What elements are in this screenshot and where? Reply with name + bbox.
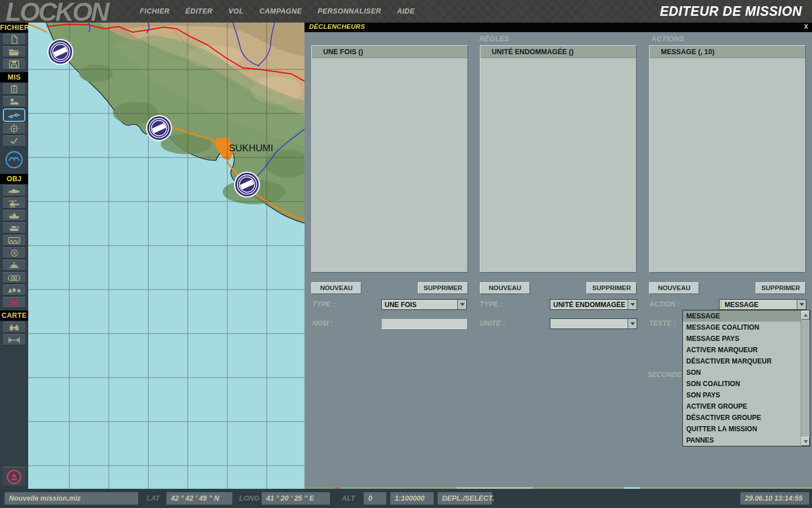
action-combo[interactable]: MESSAGE (719, 299, 806, 310)
goal-button[interactable] (3, 123, 25, 134)
open-folder-icon (8, 47, 20, 56)
rules-list[interactable]: UNITÉ ENDOMMAGÉE () (480, 45, 637, 273)
trigger-type-combo[interactable]: UNE FOIS (381, 299, 467, 310)
rule-unit-combo[interactable] (550, 318, 637, 329)
actions-list-selected-item[interactable]: MESSAGE (, 10) (650, 46, 805, 58)
section-header-obj: OBJ (0, 174, 28, 184)
dropdown-option[interactable]: SON (683, 367, 801, 378)
dropdown-option[interactable]: MESSAGE PAYS (683, 333, 801, 344)
waypoint-icon[interactable] (147, 116, 171, 141)
zones-button[interactable] (3, 272, 25, 283)
rule-new-button[interactable]: NOUVEAU (480, 282, 530, 294)
delete-button[interactable] (3, 297, 25, 308)
ship-button[interactable] (3, 210, 25, 221)
menu-item[interactable]: FICHIER (140, 7, 170, 15)
weather-button[interactable] (3, 96, 25, 107)
exit-button[interactable] (3, 467, 25, 487)
target-button[interactable] (3, 247, 25, 259)
rules-list-selected-item[interactable]: UNITÉ ENDOMMAGÉE () (480, 46, 636, 58)
helicopter-button[interactable] (3, 198, 25, 209)
measure-button[interactable] (3, 334, 25, 345)
section-header-fichier: FICHIER (0, 23, 28, 33)
dropdown-option[interactable]: SON COALITION (683, 378, 801, 389)
waypoint-icon[interactable] (48, 40, 73, 64)
menu-item[interactable]: CAMPAGNE (259, 7, 302, 15)
triggers-list[interactable]: UNE FOIS () (311, 45, 468, 273)
validate-button[interactable] (3, 135, 25, 147)
mission-datetime: 29.06.10 13:14:55 (740, 492, 809, 505)
dropdown-option[interactable]: ACTIVER MARQUEUR (683, 344, 801, 356)
bridge-icon (7, 237, 21, 244)
alt-label: ALT (342, 492, 355, 505)
triggers-button[interactable] (3, 108, 25, 122)
long-value: 41 ° 20 ' 25 " E (262, 492, 330, 505)
chevron-down-icon[interactable] (628, 319, 637, 329)
new-mission-button[interactable] (3, 34, 25, 45)
long-label: LONG (239, 492, 259, 505)
map-scale: 1:100000 (390, 492, 434, 505)
chevron-down-icon[interactable] (797, 300, 806, 309)
vehicle-button[interactable] (3, 222, 25, 234)
chevron-down-icon[interactable] (457, 300, 466, 309)
alt-value: 0 (364, 492, 386, 505)
check-icon (9, 137, 19, 145)
lat-label: LAT (147, 492, 160, 505)
page-title: EDITEUR DE MISSION (660, 4, 802, 19)
delete-x-icon (10, 299, 19, 306)
rule-delete-button[interactable]: SUPPRIMER (586, 282, 637, 294)
fly-mission-button[interactable] (3, 148, 25, 172)
action-type-label: ACTION : (649, 300, 680, 308)
briefing-button[interactable] (3, 84, 25, 95)
mission-filename: Nouvelle mission.miz (5, 492, 138, 505)
scroll-up-icon[interactable] (801, 310, 810, 319)
trigger-delete-button[interactable]: SUPPRIMER (418, 282, 468, 294)
dropdown-scrollbar[interactable] (801, 310, 810, 446)
dropdown-option[interactable]: SON PAYS (683, 389, 801, 401)
dropdown-option[interactable]: PANNES (683, 435, 801, 446)
panel-titlebar[interactable]: DÉCLENCHEURS X (304, 23, 812, 32)
top-menubar: LOCKON FICHIERÉDITERVOLCAMPAGNEPERSONNAL… (0, 0, 812, 23)
dropdown-option[interactable]: ACTIVER GROUPE (683, 401, 801, 412)
fly-mission-icon (3, 148, 25, 172)
scroll-down-icon[interactable] (801, 437, 810, 446)
templates-button[interactable] (3, 284, 25, 296)
actions-list[interactable]: MESSAGE (, 10) (649, 45, 806, 273)
waypoint-icon[interactable] (235, 172, 259, 197)
action-text-label: TEXTE : (649, 319, 676, 327)
close-icon[interactable]: X (804, 23, 808, 30)
dropdown-option[interactable]: DÉSACTIVER MARQUEUR (683, 356, 801, 367)
panel-title: DÉCLENCHEURS (309, 23, 365, 30)
exit-eject-icon (6, 468, 23, 485)
chevron-down-icon[interactable] (628, 300, 637, 309)
menu-item[interactable]: ÉDITER (186, 7, 213, 15)
main-menu: FICHIERÉDITERVOLCAMPAGNEPERSONNALISERAID… (140, 0, 415, 23)
save-mission-button[interactable] (3, 59, 25, 70)
dropdown-option[interactable]: QUITTER LA MISSION (683, 423, 801, 435)
trigger-name-input[interactable] (381, 318, 467, 329)
dropdown-option[interactable]: MESSAGE COALITION (683, 322, 801, 333)
rule-type-combo[interactable]: UNITÉ ENDOMMAGÉE (550, 299, 637, 310)
menu-item[interactable]: AIDE (397, 7, 414, 15)
dropdown-option[interactable]: DÉSACTIVER GROUPE (683, 412, 801, 423)
open-mission-button[interactable] (3, 46, 25, 58)
navpoint-button[interactable] (3, 260, 25, 271)
dropdown-option[interactable]: MESSAGE (683, 310, 801, 322)
search-button[interactable] (3, 322, 25, 333)
rule-unit-label: UNITÉ : (480, 319, 505, 327)
actions-column-label: ACTIONS (651, 35, 684, 43)
static-object-button[interactable] (3, 235, 25, 246)
menu-item[interactable]: VOL (228, 7, 244, 15)
triggers-list-selected-item[interactable]: UNE FOIS () (312, 46, 467, 58)
airplane-button[interactable] (3, 185, 25, 196)
briefing-icon (8, 85, 20, 94)
lat-value: 42 ° 42 ' 49 " N (166, 492, 232, 505)
section-header-carte: CARTE (0, 310, 28, 321)
action-new-button[interactable]: NOUVEAU (649, 282, 699, 294)
menu-item[interactable]: PERSONNALISER (317, 7, 381, 15)
trigger-new-button[interactable]: NOUVEAU (311, 282, 361, 294)
action-delete-button[interactable]: SUPPRIMER (756, 282, 806, 294)
weather-icon (8, 97, 20, 106)
map-view[interactable]: SUKHUMI (28, 23, 304, 489)
helicopter-icon (7, 199, 21, 208)
trigger-name-label: NOM : (312, 319, 333, 327)
